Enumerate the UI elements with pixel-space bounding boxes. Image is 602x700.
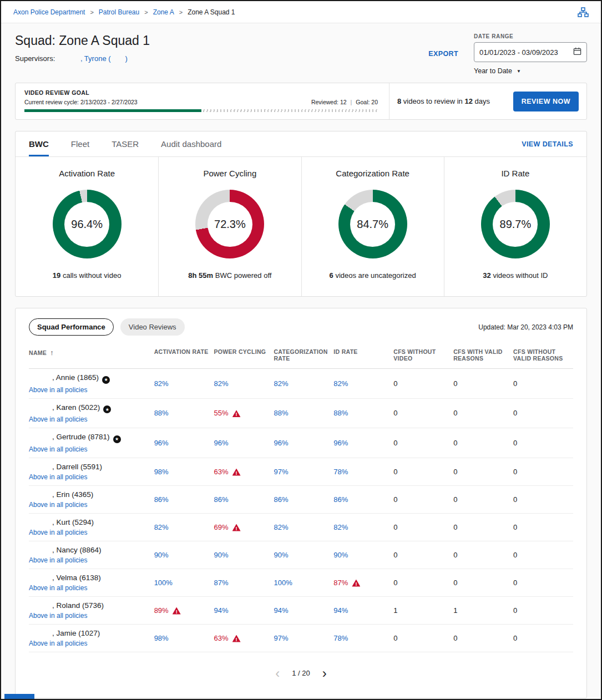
metric-value-link[interactable]: 98% — [154, 468, 169, 476]
metric-value-link[interactable]: 55% — [214, 409, 229, 417]
column-header-id-rate[interactable]: ID RATE — [333, 345, 393, 369]
metric-value-link[interactable]: 82% — [333, 379, 348, 388]
chevron-right-icon: > — [144, 9, 148, 16]
column-header-name[interactable]: NAME↑ — [29, 345, 154, 369]
metric-value-link[interactable]: 86% — [333, 495, 348, 504]
metric-value-link[interactable]: 86% — [214, 495, 229, 504]
warning-icon: ! — [232, 524, 241, 531]
officer-name[interactable]: , Roland (5736) — [52, 601, 104, 610]
policy-status-link[interactable]: Above in all policies — [29, 386, 87, 394]
policy-status-link[interactable]: Above in all policies — [29, 415, 87, 423]
date-preset-dropdown[interactable]: Year to Date ▼ — [474, 67, 587, 75]
supervisor-link[interactable]: , Tyrone () — [80, 54, 128, 63]
org-chart-icon[interactable] — [578, 7, 589, 17]
metric-value-link[interactable]: 88% — [274, 409, 288, 417]
breadcrumb-link-zone[interactable]: Zone A — [153, 8, 174, 16]
column-header-power-cycling[interactable]: POWER CYCLING — [214, 345, 274, 369]
officer-name[interactable]: , Gertrude (8781) — [52, 433, 110, 441]
metric-value-link[interactable]: 86% — [154, 495, 169, 504]
metric-value-link[interactable]: 82% — [214, 379, 229, 388]
policy-status-link[interactable]: Above in all policies — [29, 584, 87, 592]
metric-value-link[interactable]: 100% — [154, 579, 173, 587]
metric-value-link[interactable]: 87% — [333, 579, 348, 587]
column-header-cfs-valid-reasons[interactable]: CFS WITH VALID REASONS — [453, 345, 513, 369]
metric-value-link[interactable]: 82% — [333, 523, 348, 531]
metric-value-link[interactable]: 90% — [274, 551, 288, 559]
metric-value-link[interactable]: 96% — [333, 439, 348, 447]
officer-name[interactable]: , Karen (5022) — [52, 403, 100, 412]
metric-value-link[interactable]: 82% — [274, 379, 288, 388]
tab-bwc[interactable]: BWC — [29, 131, 49, 156]
metric-value-link[interactable]: 78% — [333, 468, 348, 476]
metric-value-link[interactable]: 96% — [214, 439, 229, 447]
metric-value-link[interactable]: 78% — [333, 634, 348, 642]
donut-value: 84.7% — [357, 218, 388, 231]
tab-audit-dashboard[interactable]: Audit dashboard — [161, 131, 221, 156]
tab-taser[interactable]: TASER — [112, 131, 139, 156]
count-value: 0 — [393, 485, 453, 513]
policy-status-link[interactable]: Above in all policies — [29, 612, 87, 620]
metric-value-link[interactable]: 86% — [274, 495, 288, 504]
officer-name[interactable]: , Erin (4365) — [52, 490, 93, 499]
table-row: , Jamie (1027)Above in all policies98%63… — [29, 624, 573, 652]
view-details-link[interactable]: VIEW DETAILS — [522, 140, 573, 148]
metric-value-link[interactable]: 94% — [333, 606, 348, 615]
column-header-cfs-invalid-reasons[interactable]: CFS WITHOUT VALID REASONS — [513, 345, 573, 369]
metric-value-link[interactable]: 82% — [154, 523, 169, 531]
policy-status-link[interactable]: Above in all policies — [29, 501, 87, 509]
chat-widget-bar[interactable] — [4, 694, 34, 699]
metric-value-link[interactable]: 63% — [214, 634, 229, 642]
breadcrumb-link-department[interactable]: Axon Police Department — [13, 8, 85, 16]
squad-performance-toggle[interactable]: Squad Performance — [29, 318, 114, 336]
breadcrumb-link-bureau[interactable]: Patrol Bureau — [99, 8, 139, 16]
policy-status-link[interactable]: Above in all policies — [29, 529, 87, 536]
metric-value-link[interactable]: 96% — [274, 439, 288, 447]
officer-name[interactable]: , Jamie (1027) — [52, 629, 100, 637]
metric-value-link[interactable]: 89% — [154, 606, 169, 615]
metric-value-link[interactable]: 90% — [333, 551, 348, 559]
policy-status-link[interactable]: Above in all policies — [29, 473, 87, 481]
metric-value-link[interactable]: 98% — [154, 634, 169, 642]
metric-value-link[interactable]: 88% — [333, 409, 348, 417]
sort-ascending-icon[interactable]: ↑ — [50, 348, 54, 357]
video-reviews-toggle[interactable]: Video Reviews — [120, 318, 185, 336]
metric-value-link[interactable]: 94% — [274, 606, 288, 615]
column-header-cfs-without-video[interactable]: CFS WITHOUT VIDEO — [393, 345, 453, 369]
count-value: 0 — [453, 569, 513, 596]
metric-value-link[interactable]: 97% — [274, 468, 288, 476]
officer-name[interactable]: , Kurt (5294) — [52, 518, 94, 526]
metric-value-link[interactable]: 90% — [214, 551, 229, 559]
policy-status-link[interactable]: Above in all policies — [29, 556, 87, 564]
review-cycle-text: Current review cycle: 2/13/2023 - 2/27/2… — [24, 99, 138, 105]
export-button[interactable]: EXPORT — [428, 50, 458, 58]
prev-page-button[interactable]: ‹ — [275, 667, 280, 680]
officer-name[interactable]: , Annie (1865) — [52, 373, 99, 382]
policy-status-link[interactable]: Above in all policies — [29, 445, 87, 453]
date-range-input[interactable]: 01/01/2023 - 03/09/2023 — [474, 42, 587, 62]
count-value: 1 — [453, 596, 513, 624]
metric-value-link[interactable]: 90% — [154, 551, 169, 559]
column-header-categorization-rate[interactable]: CATEGORIZATION RATE — [274, 345, 333, 369]
officer-name[interactable]: , Velma (6138) — [52, 574, 101, 582]
metric-value-link[interactable]: 88% — [154, 409, 169, 417]
supervisors-label: Supervisors: — [15, 54, 55, 63]
metric-value-link[interactable]: 97% — [274, 634, 288, 642]
metric-value-link[interactable]: 94% — [214, 606, 229, 615]
tab-fleet[interactable]: Fleet — [71, 131, 89, 156]
officer-name[interactable]: , Darrell (5591) — [52, 463, 102, 471]
metric-value-link[interactable]: 96% — [154, 439, 169, 447]
metric-value-link[interactable]: 82% — [154, 379, 169, 388]
next-page-button[interactable]: › — [322, 667, 327, 680]
metric-value-link[interactable]: 82% — [274, 523, 288, 531]
calendar-icon[interactable] — [573, 47, 581, 57]
column-header-activation-rate[interactable]: ACTIVATION RATE — [154, 345, 214, 369]
review-now-button[interactable]: REVIEW NOW — [513, 92, 579, 111]
metric-id-rate: ID Rate 89.7% 32 videos without ID — [444, 157, 586, 296]
metric-value-link[interactable]: 69% — [214, 523, 229, 531]
metric-value-link[interactable]: 87% — [214, 579, 229, 587]
policy-status-link[interactable]: Above in all policies — [29, 640, 87, 647]
metric-value-link[interactable]: 63% — [214, 468, 229, 476]
metric-value-link[interactable]: 100% — [274, 579, 292, 587]
officer-name[interactable]: , Nancy (8864) — [52, 546, 102, 554]
updated-timestamp: Updated: Mar 20, 2023 4:03 PM — [478, 323, 573, 331]
